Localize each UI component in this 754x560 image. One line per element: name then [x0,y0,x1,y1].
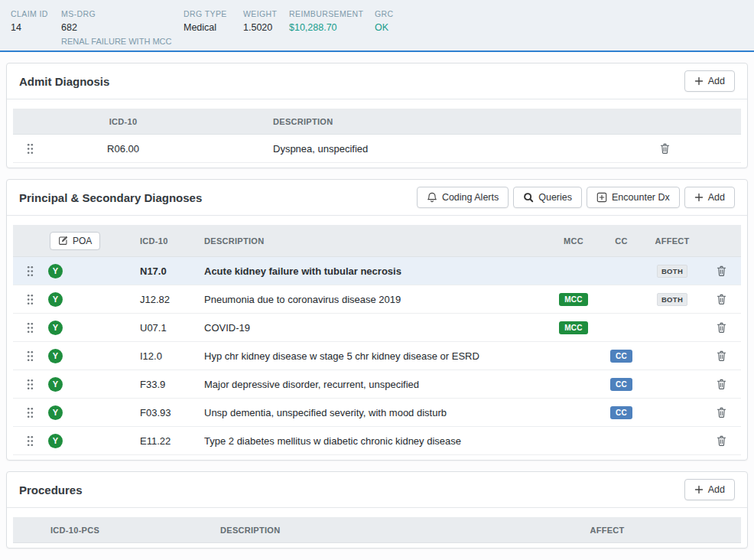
queries-label: Queries [538,192,572,203]
queries-button[interactable]: Queries [513,187,582,208]
table-row[interactable]: YF33.9Major depressive disorder, recurre… [13,370,741,399]
poa-indicator[interactable]: Y [48,349,63,363]
diagnosis-description: Dyspnea, unspecified [200,143,588,155]
trash-icon[interactable] [715,349,728,363]
drag-handle-icon[interactable] [13,143,47,155]
poa-cell: Y [47,434,123,448]
admit-table-body: R06.00Dyspnea, unspecified [13,135,741,163]
diagnoses-table-header: POA ICD-10 DESCRIPTION MCC CC AFFECT [13,225,741,257]
diagnoses-section: Principal & Secondary Diagnoses Coding A… [6,179,748,461]
column-cc: CC [600,236,643,246]
delete-cell [701,405,741,419]
table-row[interactable]: YE11.22Type 2 diabetes mellitus w diabet… [13,427,741,455]
diagnoses-add-button[interactable]: Add [684,187,735,208]
trash-icon[interactable] [715,321,728,334]
column-description: DESCRIPTION [197,526,473,535]
diagnoses-toolbar: Coding Alerts Queries Encounter Dx Add [417,187,735,208]
affect-badge: BOTH [657,265,687,278]
magnifier-icon [523,192,534,203]
affect-cell: BOTH [643,265,701,278]
icd-code: I12.0 [123,350,203,362]
poa-indicator[interactable]: Y [48,405,63,420]
poa-indicator[interactable]: Y [48,434,63,448]
admit-diagnosis-section: Admit Diagnosis Add ICD-10 DESCRIPTION R… [6,63,748,168]
diagnosis-description: COVID-19 [203,322,548,334]
column-description: DESCRIPTION [200,117,588,126]
cc-badge: CC [610,378,632,391]
cc-badge: CC [610,350,632,363]
drag-handle-icon[interactable] [13,265,47,277]
poa-cell: Y [47,292,123,307]
plus-icon [694,193,704,202]
delete-cell [701,321,741,334]
poa-cell: Y [47,349,123,363]
drag-handle-icon[interactable] [13,407,47,418]
delete-cell [701,434,741,448]
grc-label: GRC [375,9,394,18]
mcc-cell: MCC [548,321,600,334]
drag-handle-icon[interactable] [13,322,47,334]
poa-indicator[interactable]: Y [48,292,63,307]
reimbursement-field: REIMBURSEMENT $10,288.70 [289,9,375,33]
delete-cell [701,377,741,391]
icd-code: U07.1 [123,322,203,334]
cc-cell: CC [600,406,643,419]
trash-icon[interactable] [658,142,671,155]
drg-type-value: Medical [184,22,236,33]
plus-icon [694,485,704,494]
diagnosis-description: Acute kidney failure with tubular necros… [203,265,548,277]
trash-icon[interactable] [715,405,728,419]
weight-value: 1.5020 [243,22,281,33]
table-row[interactable]: YJ12.82Pneumonia due to coronavirus dise… [13,285,741,314]
trash-icon[interactable] [715,292,728,306]
reimbursement-label: REIMBURSEMENT [289,9,367,18]
table-row[interactable]: YN17.0Acute kidney failure with tubular … [13,257,741,285]
admit-section-title: Admit Diagnosis [19,75,109,88]
trash-icon[interactable] [715,264,728,278]
table-row[interactable]: R06.00Dyspnea, unspecified [13,135,741,163]
table-row[interactable]: YF03.93Unsp dementia, unspecified severi… [13,399,741,427]
procedures-add-button[interactable]: Add [684,479,735,500]
encounter-dx-label: Encounter Dx [612,192,670,203]
diagnosis-description: Major depressive disorder, recurrent, un… [203,379,548,390]
coding-alerts-button[interactable]: Coding Alerts [417,187,509,208]
column-mcc: MCC [548,236,600,246]
procedures-section: Procedures Add ICD-10-PCS DESCRIPTION AF… [6,471,748,549]
drag-handle-icon[interactable] [13,350,47,362]
grc-value: OK [375,22,394,33]
poa-cell: Y [47,264,123,278]
icd-code: J12.82 [123,294,203,305]
delete-cell [588,142,741,155]
drag-handle-icon[interactable] [13,379,47,390]
column-description: DESCRIPTION [203,236,548,246]
poa-indicator[interactable]: Y [48,377,63,392]
drg-type-label: DRG TYPE [184,9,236,18]
icd-code: F03.93 [123,407,203,418]
weight-field: WEIGHT 1.5020 [243,9,289,33]
icd-code: E11.22 [123,435,203,447]
affect-cell: BOTH [643,293,701,306]
diagnosis-description: Type 2 diabetes mellitus w diabetic chro… [203,435,548,447]
cc-cell: CC [600,350,643,363]
poa-indicator[interactable]: Y [48,321,63,335]
poa-indicator[interactable]: Y [48,264,63,278]
poa-button[interactable]: POA [50,232,100,250]
drg-type-field: DRG TYPE Medical [184,9,243,33]
trash-icon[interactable] [715,434,728,448]
claim-id-value: 14 [11,22,54,33]
drag-handle-icon[interactable] [13,435,47,447]
table-row[interactable]: YI12.0Hyp chr kidney disease w stage 5 c… [13,342,741,370]
column-icd10: ICD-10 [47,117,200,126]
diagnosis-description: Unsp dementia, unspecified severity, wit… [203,407,548,418]
table-row[interactable]: YU07.1COVID-19MCC [13,314,741,342]
poa-button-label: POA [73,236,92,246]
encounter-dx-button[interactable]: Encounter Dx [587,187,680,208]
coding-alerts-label: Coding Alerts [442,192,499,203]
icd-code: F33.9 [123,379,203,390]
admit-add-button[interactable]: Add [684,70,735,92]
admit-table-header: ICD-10 DESCRIPTION [13,109,741,135]
procedures-table-header: ICD-10-PCS DESCRIPTION AFFECT [13,517,741,543]
column-affect: AFFECT [473,526,741,535]
trash-icon[interactable] [715,377,728,391]
drag-handle-icon[interactable] [13,294,47,305]
